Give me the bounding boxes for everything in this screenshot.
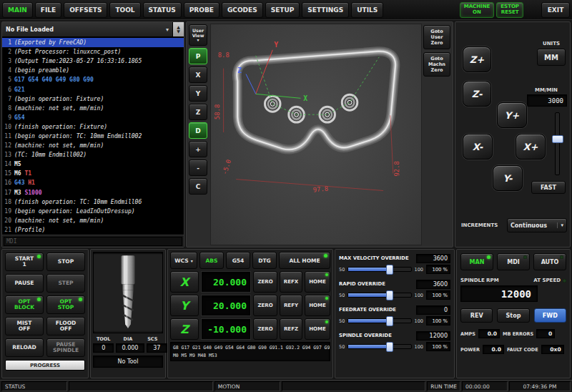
units-mm-button[interactable]: MM xyxy=(537,49,566,66)
menu-item-main[interactable]: MAIN xyxy=(2,2,33,18)
axis-z-value[interactable]: -10.000 xyxy=(201,318,251,340)
gcode-line[interactable]: 2(Post Processor: linuxcnc_post) xyxy=(2,47,184,57)
menu-item-utils[interactable]: UTILS xyxy=(351,2,383,18)
menu-item-offsets[interactable]: OFFSETS xyxy=(64,2,107,18)
spindle-stop-button[interactable]: Stop xyxy=(497,308,529,323)
view-button-c[interactable]: C xyxy=(189,178,207,195)
menu-item-tool[interactable]: TOOL xyxy=(109,2,140,18)
jog-y-plus-button[interactable]: Y+ xyxy=(497,102,527,128)
machine-on-button[interactable]: MACHINE ON xyxy=(460,2,495,18)
view-button-zoom-in[interactable]: + xyxy=(189,141,207,157)
view-button-p[interactable]: P xyxy=(189,48,207,64)
gcode-line[interactable]: 11(begin operation: TC: 10mm Endmill002 xyxy=(2,132,184,141)
view-button-y[interactable]: Y xyxy=(189,85,207,102)
mist-button[interactable]: MIST OFF xyxy=(5,317,44,335)
menu-item-gcodes[interactable]: GCODES xyxy=(222,2,263,18)
axis-x-button[interactable]: X xyxy=(170,271,199,293)
view-button-z[interactable]: Z xyxy=(189,104,207,120)
gcode-line[interactable]: 21(Profile) xyxy=(2,225,184,235)
fast-button[interactable]: FAST xyxy=(531,181,566,194)
flood-button[interactable]: FLOOD OFF xyxy=(46,317,85,335)
opt-block-button[interactable]: OPT BLOCK xyxy=(5,295,44,314)
menu-item-settings[interactable]: SETTINGS xyxy=(302,2,349,18)
gcode-line[interactable]: 20(machine: not set, mm/min) xyxy=(2,216,184,225)
view-button-x[interactable]: X xyxy=(189,67,207,83)
gcode-line[interactable]: 7(begin operation: Fixture) xyxy=(2,94,184,104)
jog-y-minus-button[interactable]: Y- xyxy=(493,165,523,191)
max-velocity-slider-handle[interactable] xyxy=(386,265,393,275)
mdi-input[interactable] xyxy=(4,237,182,246)
reload-button[interactable]: RELOAD xyxy=(5,338,44,357)
preview-canvas[interactable]: Y Z X 8.8 58.8 -5.0 97.8 92.8 xyxy=(210,24,422,245)
zero-y-button[interactable]: ZERO xyxy=(253,295,277,316)
gcode-line[interactable]: 18(finish operation: TC: 10mm Endmill06 xyxy=(2,197,184,207)
gcode-line[interactable]: 17M3 S1000 xyxy=(2,188,184,197)
feedrate-override-slider-handle[interactable] xyxy=(386,316,393,326)
gcode-line[interactable]: 3(Output Time:2023-05-27 16:33:16.1865 xyxy=(2,57,184,66)
goto-machine-zero-button[interactable]: Goto Machn Zero xyxy=(423,52,450,77)
wcs-button[interactable]: WCS ▾ xyxy=(170,252,197,269)
menu-item-file[interactable]: FILE xyxy=(35,2,61,18)
spindle-override-slider[interactable] xyxy=(347,344,411,349)
max-velocity-slider[interactable] xyxy=(347,267,411,272)
rapid-override-slider[interactable] xyxy=(347,293,411,298)
gcode-line[interactable]: 5G17 G54 G40 G49 G80 G90 xyxy=(2,75,184,84)
jog-x-minus-button[interactable]: X- xyxy=(463,134,493,160)
mdi-mode-button[interactable]: MDI xyxy=(497,253,530,270)
menu-item-setup[interactable]: SETUP xyxy=(265,2,300,18)
zero-x-button[interactable]: ZERO xyxy=(253,271,277,293)
zero-z-button[interactable]: ZERO xyxy=(253,318,277,340)
ref-y-button[interactable]: REFY xyxy=(280,295,302,316)
gcode-line[interactable]: 6G21 xyxy=(2,84,184,94)
abs-button[interactable]: ABS xyxy=(199,252,224,269)
auto-mode-button[interactable]: AUTO xyxy=(533,253,566,270)
spindle-rev-button[interactable]: REV xyxy=(460,308,493,323)
exit-button[interactable]: EXIT xyxy=(541,2,570,18)
pause-spindle-button[interactable]: PAUSE SPINDLE xyxy=(46,338,85,357)
view-button-zoom-out[interactable]: - xyxy=(189,160,207,176)
start-button[interactable]: START 1 xyxy=(5,253,44,271)
gcode-line[interactable]: 1(Exported by FreeCAD) xyxy=(2,38,184,47)
home-z-button[interactable]: HOME xyxy=(305,318,330,340)
axis-y-value[interactable]: 20.000 xyxy=(201,295,251,316)
man-mode-button[interactable]: MAN xyxy=(460,253,493,270)
ref-z-button[interactable]: REFZ xyxy=(280,318,302,340)
feedrate-override-slider[interactable] xyxy=(347,318,411,323)
opt-stop-button[interactable]: OPT STOP xyxy=(46,295,85,314)
jog-z-plus-button[interactable]: Z+ xyxy=(463,46,491,72)
all-home-button[interactable]: ALL HOME xyxy=(279,252,330,269)
rapid-override-slider-handle[interactable] xyxy=(386,290,393,300)
view-button-user-view[interactable]: User View▾ xyxy=(189,24,207,46)
spindle-override-slider-handle[interactable] xyxy=(386,342,393,352)
gcode-listing[interactable]: 1(Exported by FreeCAD)2(Post Processor: … xyxy=(2,37,184,235)
gcode-line[interactable]: 4(begin preamble) xyxy=(2,66,184,75)
gcode-line[interactable]: 8(machine: not set, mm/min) xyxy=(2,104,184,113)
gcode-line[interactable]: 14M5 xyxy=(2,160,184,169)
gcode-line[interactable]: 10(finish operation: Fixture) xyxy=(2,122,184,132)
view-button-d[interactable]: D xyxy=(189,122,207,139)
goto-user-zero-button[interactable]: Goto User Zero xyxy=(423,25,450,49)
jog-z-minus-button[interactable]: Z- xyxy=(463,81,491,107)
ref-x-button[interactable]: REFX xyxy=(280,271,302,293)
file-selector-combo[interactable]: No File Loaded ▾ xyxy=(2,22,172,36)
jog-x-plus-button[interactable]: X+ xyxy=(516,134,546,160)
gcode-line[interactable]: 15M6 T1 xyxy=(2,169,184,178)
increments-combo[interactable]: Continuous ▾ xyxy=(507,218,567,232)
home-x-button[interactable]: HOME xyxy=(305,271,330,293)
gcode-line[interactable]: 12(machine: not set, mm/min) xyxy=(2,141,184,150)
axis-x-value[interactable]: 20.000 xyxy=(201,271,251,293)
jog-feed-value[interactable]: 3000 xyxy=(527,94,567,107)
gcode-line[interactable]: 9G54 xyxy=(2,113,184,122)
menu-item-status[interactable]: STATUS xyxy=(143,2,182,18)
jog-speed-slider[interactable] xyxy=(555,112,560,175)
axis-y-button[interactable]: Y xyxy=(170,295,199,316)
spindle-fwd-button[interactable]: FWD xyxy=(534,308,566,323)
home-y-button[interactable]: HOME xyxy=(305,295,330,316)
pause-button[interactable]: PAUSE xyxy=(5,274,44,293)
menu-item-probe[interactable]: PROBE xyxy=(184,2,220,18)
file-scroll-buttons[interactable]: ▲ ▼ xyxy=(172,22,184,36)
gcode-line[interactable]: 13(TC: 10mm Endmill002) xyxy=(2,150,184,160)
estop-reset-button[interactable]: ESTOP RESET xyxy=(496,2,523,18)
axis-z-button[interactable]: Z xyxy=(170,318,199,340)
gcode-line[interactable]: 19(begin operation: LeadInOutDressup) xyxy=(2,207,184,216)
